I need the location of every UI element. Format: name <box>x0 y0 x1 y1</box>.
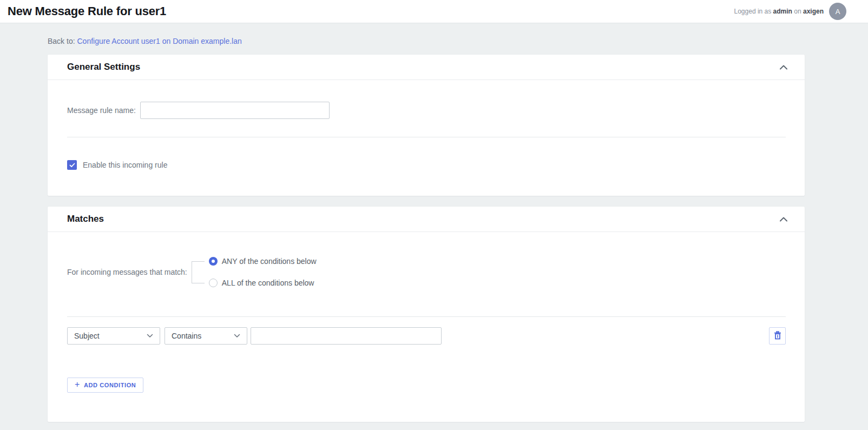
match-mode-label: For incoming messages that match: <box>67 268 187 276</box>
top-header: New Message Rule for user1 Logged in as … <box>0 0 868 23</box>
condition-row: Subject Contains <box>48 327 805 345</box>
condition-value-input[interactable] <box>251 327 442 345</box>
condition-field-value: Subject <box>74 332 100 340</box>
radio-any-conditions[interactable]: ANY of the conditions below <box>209 257 317 266</box>
plus-icon: + <box>75 380 80 389</box>
delete-condition-button[interactable] <box>769 327 786 345</box>
enable-rule-label: Enable this incoming rule <box>83 161 167 169</box>
avatar[interactable]: A <box>829 3 846 20</box>
matches-collapse-button[interactable] <box>778 213 790 225</box>
checkbox-checked-icon <box>67 160 77 170</box>
chevron-down-icon <box>147 334 153 338</box>
general-settings-collapse-button[interactable] <box>778 61 790 73</box>
radio-selected-icon <box>209 257 218 266</box>
general-settings-header: General Settings <box>48 55 805 80</box>
general-settings-title: General Settings <box>67 62 140 72</box>
back-label: Back to: <box>48 37 75 45</box>
chevron-up-icon <box>780 63 787 71</box>
matches-divider <box>67 316 786 317</box>
logged-in-on: on <box>794 8 801 15</box>
logged-in-prefix: Logged in as <box>734 8 772 15</box>
add-condition-label: ADD CONDITION <box>84 382 136 388</box>
condition-operator-select[interactable]: Contains <box>165 327 247 345</box>
login-info: Logged in as admin on axigen <box>734 8 824 15</box>
condition-operator-value: Contains <box>172 332 201 340</box>
radio-bracket-connector <box>192 261 205 283</box>
general-settings-panel: General Settings Message rule name: Enab… <box>48 55 805 196</box>
add-condition-button[interactable]: + ADD CONDITION <box>67 378 143 393</box>
match-mode-radio-group: ANY of the conditions below ALL of the c… <box>209 257 317 287</box>
rule-name-row: Message rule name: <box>48 80 805 119</box>
radio-unselected-icon <box>209 279 218 287</box>
rule-name-input[interactable] <box>140 102 330 119</box>
condition-field-select[interactable]: Subject <box>67 327 160 345</box>
header-right: Logged in as admin on axigen A <box>734 3 846 20</box>
radio-all-conditions[interactable]: ALL of the conditions below <box>209 279 317 287</box>
rule-name-label: Message rule name: <box>67 106 136 115</box>
back-link[interactable]: Configure Account user1 on Domain exampl… <box>77 37 241 45</box>
radio-any-label: ANY of the conditions below <box>222 257 317 266</box>
breadcrumb: Back to: Configure Account user1 on Doma… <box>0 23 868 45</box>
trash-icon <box>774 331 781 341</box>
page-title: New Message Rule for user1 <box>8 4 166 18</box>
radio-all-label: ALL of the conditions below <box>222 279 314 287</box>
matches-panel: Matches For incoming messages that match… <box>48 207 805 422</box>
matches-header: Matches <box>48 207 805 232</box>
add-condition-row: + ADD CONDITION <box>48 345 805 422</box>
logged-in-server: axigen <box>803 8 824 15</box>
chevron-up-icon <box>780 215 787 223</box>
matches-title: Matches <box>67 214 104 224</box>
chevron-down-icon <box>234 334 240 338</box>
logged-in-user: admin <box>773 8 792 15</box>
enable-rule-checkbox[interactable]: Enable this incoming rule <box>48 137 805 196</box>
match-mode-row: For incoming messages that match: ANY of… <box>48 257 805 287</box>
